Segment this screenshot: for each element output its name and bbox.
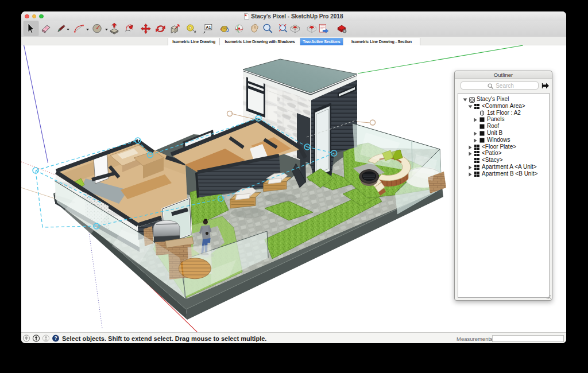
svg-text:A1: A1 xyxy=(206,25,211,29)
svg-text:?: ? xyxy=(54,335,57,341)
